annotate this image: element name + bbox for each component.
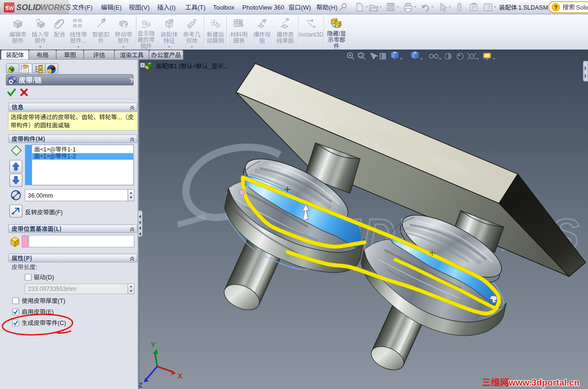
svg-text:(W): (W) [301,4,311,11]
svg-text:...: ... [224,63,228,70]
svg-text::: : [36,264,37,271]
svg-text:?: ? [130,77,134,84]
svg-text:(T): (T) [198,4,206,11]
svg-text:(H): (H) [329,4,338,11]
svg-text:SOLID: SOLID [16,3,41,12]
svg-text:(T): (T) [58,298,65,304]
svg-text:1 (: 1 ( [174,63,181,70]
svg-text:(C): (C) [58,320,66,326]
svg-text:Y: Y [151,341,156,349]
svg-text:1: 1 [43,146,47,153]
svg-text:X: X [178,372,183,380]
svg-text:(I): (I) [170,4,175,11]
svg-text:(V): (V) [141,4,150,11]
svg-text:233.09733553mm: 233.09733553mm [28,286,76,292]
svg-text:(E): (E) [113,4,122,11]
svg-text:SolidW: SolidW [576,4,588,11]
svg-text:36.00mm: 36.00mm [28,192,53,199]
svg-text:(F): (F) [55,209,63,216]
svg-text:1: 1 [43,153,47,160]
svg-text:...: ... [117,114,122,121]
svg-text:(F): (F) [85,4,93,11]
svg-text:PhotoView: PhotoView [242,4,273,11]
svg-text:?: ? [554,4,558,11]
svg-text:WORKS: WORKS [40,3,71,12]
svg-text:...: ... [82,38,87,44]
svg-text:Toolbox: Toolbox [213,4,235,11]
svg-text:1.SLDASM *: 1.SLDASM * [518,4,552,11]
svg-text:www.3dportal.cn: www.3dportal.cn [508,377,579,388]
svg-text:1-2: 1-2 [67,153,76,160]
svg-text:1-1: 1-1 [67,146,76,153]
svg-text:0: 0 [281,4,284,11]
svg-text:D: D [319,31,324,38]
svg-text:Instant: Instant [299,31,316,38]
svg-text:(D): (D) [46,274,54,281]
svg-text:SW: SW [5,5,14,11]
